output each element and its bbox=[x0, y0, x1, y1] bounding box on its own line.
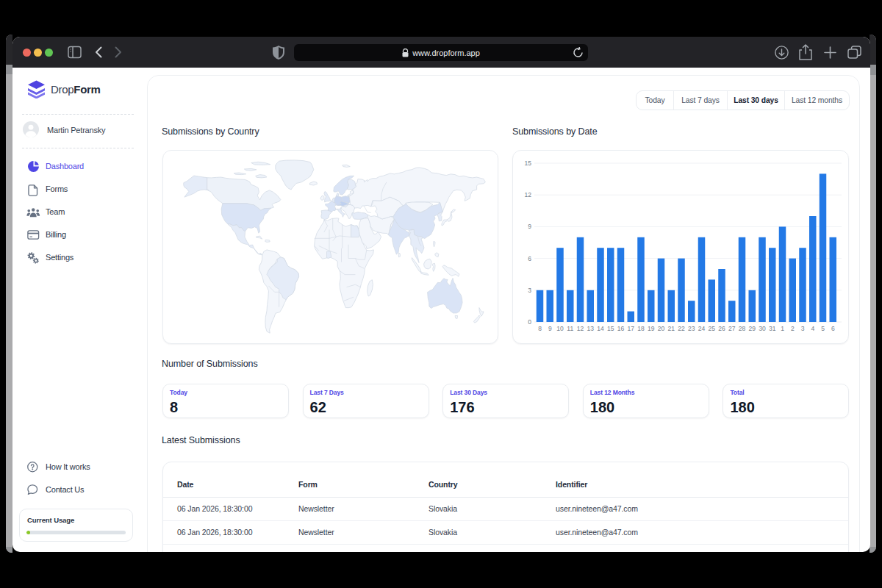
svg-text:9: 9 bbox=[528, 223, 531, 230]
svg-text:23: 23 bbox=[688, 325, 695, 332]
svg-text:28: 28 bbox=[739, 325, 746, 332]
svg-text:29: 29 bbox=[749, 325, 756, 332]
svg-text:0: 0 bbox=[528, 318, 531, 326]
svg-text:13: 13 bbox=[587, 325, 595, 332]
svg-text:3: 3 bbox=[528, 287, 531, 294]
svg-text:18: 18 bbox=[637, 325, 645, 332]
svg-text:27: 27 bbox=[728, 325, 736, 332]
svg-text:25: 25 bbox=[709, 325, 716, 332]
svg-text:26: 26 bbox=[718, 325, 725, 332]
svg-text:19: 19 bbox=[648, 325, 655, 332]
svg-text:15: 15 bbox=[525, 159, 532, 167]
svg-text:31: 31 bbox=[769, 325, 776, 332]
svg-text:30: 30 bbox=[759, 325, 766, 332]
svg-text:4: 4 bbox=[811, 325, 814, 332]
svg-text:12: 12 bbox=[577, 325, 584, 332]
svg-text:3: 3 bbox=[801, 325, 805, 332]
svg-text:6: 6 bbox=[831, 325, 835, 332]
svg-text:16: 16 bbox=[617, 325, 625, 332]
svg-text:6: 6 bbox=[528, 255, 531, 262]
svg-text:14: 14 bbox=[597, 325, 604, 332]
svg-text:22: 22 bbox=[678, 325, 685, 332]
svg-text:15: 15 bbox=[607, 325, 614, 332]
svg-text:11: 11 bbox=[567, 325, 573, 332]
svg-text:5: 5 bbox=[821, 325, 825, 332]
svg-text:8: 8 bbox=[538, 325, 542, 332]
svg-text:24: 24 bbox=[698, 325, 706, 332]
svg-text:1: 1 bbox=[781, 325, 784, 332]
svg-text:2: 2 bbox=[791, 325, 795, 332]
svg-text:10: 10 bbox=[556, 325, 564, 332]
svg-text:9: 9 bbox=[548, 325, 552, 332]
svg-text:12: 12 bbox=[525, 191, 532, 198]
svg-text:21: 21 bbox=[668, 325, 675, 332]
svg-text:17: 17 bbox=[628, 325, 635, 332]
svg-text:20: 20 bbox=[658, 325, 665, 332]
